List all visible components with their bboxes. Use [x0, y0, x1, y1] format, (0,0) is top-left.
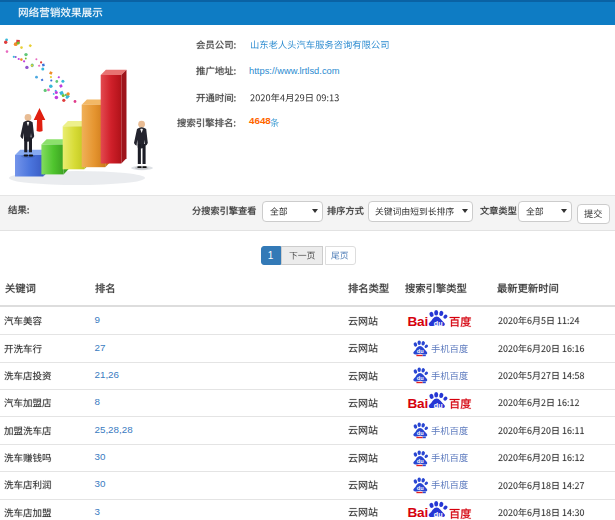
svg-text:Bai: Bai: [408, 396, 429, 411]
svg-text:du: du: [417, 484, 424, 490]
svg-text:du: du: [417, 375, 424, 381]
svg-text:du: du: [434, 510, 443, 519]
svg-text:Bai: Bai: [408, 505, 429, 520]
svg-text:du: du: [417, 457, 424, 463]
svg-text:du: du: [434, 318, 443, 327]
svg-text:du: du: [434, 401, 443, 410]
svg-text:Bai: Bai: [408, 314, 429, 329]
svg-text:du: du: [417, 348, 424, 354]
svg-text:du: du: [417, 430, 424, 436]
